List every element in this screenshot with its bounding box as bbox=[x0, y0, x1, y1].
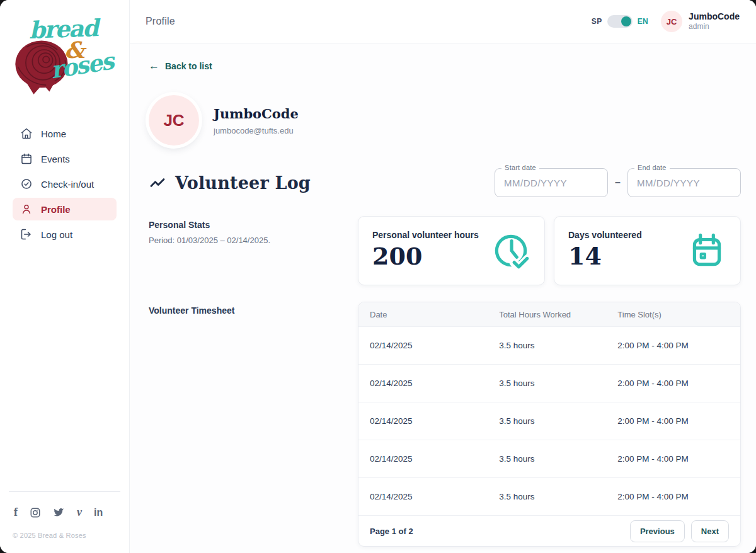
table-header-row: Date Total Hours Worked Time Slot(s) bbox=[358, 302, 740, 326]
user-info: JumboCode admin bbox=[689, 11, 740, 31]
user-role: admin bbox=[689, 22, 740, 32]
sidebar-nav: Home Events Check-in/out Profile bbox=[0, 111, 129, 248]
content: ← Back to list JC JumboCode jumbocode@tu… bbox=[130, 43, 756, 553]
cell-date: 02/14/2025 bbox=[370, 341, 499, 350]
vimeo-icon[interactable]: v bbox=[77, 506, 82, 519]
calendar-check-icon bbox=[686, 230, 728, 271]
table-row[interactable]: 02/14/2025 3.5 hours 2:00 PM - 4:00 PM bbox=[358, 440, 740, 477]
volunteer-log-row: Volunteer Log Start date – End date bbox=[149, 168, 741, 197]
person-icon bbox=[20, 203, 33, 215]
sidebar-footer: f v in © 2025 Bread & Roses bbox=[0, 479, 129, 553]
main-area: Profile SP EN JC JumboCode admin ← bbox=[130, 0, 756, 553]
top-header: Profile SP EN JC JumboCode admin bbox=[130, 0, 756, 43]
previous-button[interactable]: Previous bbox=[630, 520, 685, 542]
cell-hours: 3.5 hours bbox=[499, 492, 617, 501]
sidebar-footer-divider bbox=[9, 491, 120, 492]
sidebar-item-profile[interactable]: Profile bbox=[13, 198, 117, 220]
timesheet-intro: Volunteer Timesheet bbox=[149, 302, 358, 547]
profile-email: jumbocode@tufts.edu bbox=[214, 126, 299, 135]
start-date-label: Start date bbox=[501, 164, 539, 171]
app-window: bread & roses Home Events Check bbox=[0, 0, 756, 553]
column-header-hours: Total Hours Worked bbox=[499, 310, 617, 319]
page-status: Page 1 of 2 bbox=[370, 527, 413, 536]
cell-date: 02/14/2025 bbox=[370, 416, 499, 426]
column-header-timeslot: Time Slot(s) bbox=[617, 310, 729, 319]
sidebar-item-label: Home bbox=[41, 128, 66, 139]
back-to-list-link[interactable]: ← Back to list bbox=[149, 60, 212, 71]
sidebar-item-logout[interactable]: Log out bbox=[13, 223, 117, 246]
lang-label-en: EN bbox=[638, 17, 648, 26]
user-name: JumboCode bbox=[689, 11, 740, 22]
logo-word-bread: bread bbox=[28, 14, 98, 44]
volunteer-log-heading: Volunteer Log bbox=[175, 173, 311, 193]
cell-timeslot: 2:00 PM - 4:00 PM bbox=[617, 492, 729, 501]
instagram-icon[interactable] bbox=[30, 507, 41, 518]
header-controls: SP EN JC JumboCode admin bbox=[592, 11, 740, 32]
personal-stats-period: Period: 01/03/2025 – 02/14/2025. bbox=[149, 236, 358, 245]
table-row[interactable]: 02/14/2025 3.5 hours 2:00 PM - 4:00 PM bbox=[358, 326, 740, 364]
avatar: JC bbox=[661, 11, 682, 32]
column-header-date: Date bbox=[370, 310, 499, 319]
page-title: Profile bbox=[146, 16, 175, 27]
next-button[interactable]: Next bbox=[691, 520, 729, 542]
cell-hours: 3.5 hours bbox=[499, 379, 617, 388]
date-range-separator: – bbox=[615, 177, 621, 188]
chart-line-icon bbox=[149, 174, 166, 191]
cell-hours: 3.5 hours bbox=[499, 341, 617, 350]
end-date-field[interactable]: End date bbox=[627, 168, 741, 197]
cell-timeslot: 2:00 PM - 4:00 PM bbox=[617, 341, 729, 350]
user-menu[interactable]: JC JumboCode admin bbox=[661, 11, 740, 32]
language-toggle[interactable] bbox=[607, 15, 633, 28]
sidebar-item-checkinout[interactable]: Check-in/out bbox=[13, 173, 117, 195]
table-footer: Page 1 of 2 Previous Next bbox=[358, 515, 740, 546]
table-row[interactable]: 02/14/2025 3.5 hours 2:00 PM - 4:00 PM bbox=[358, 364, 740, 402]
sidebar-item-label: Log out bbox=[41, 229, 72, 240]
toggle-knob bbox=[621, 16, 631, 26]
back-arrow-icon: ← bbox=[149, 60, 159, 71]
calendar-icon bbox=[20, 152, 33, 165]
pagination-controls: Previous Next bbox=[630, 520, 729, 542]
profile-avatar: JC bbox=[149, 95, 199, 145]
cell-hours: 3.5 hours bbox=[499, 416, 617, 426]
personal-stats-heading: Personal Stats bbox=[149, 220, 358, 230]
cell-date: 02/14/2025 bbox=[370, 379, 499, 388]
sidebar-item-label: Check-in/out bbox=[41, 179, 94, 190]
check-circle-icon bbox=[20, 178, 33, 190]
cell-date: 02/14/2025 bbox=[370, 492, 499, 501]
back-link-label: Back to list bbox=[165, 61, 212, 71]
volunteer-log-title: Volunteer Log bbox=[149, 173, 311, 193]
cell-timeslot: 2:00 PM - 4:00 PM bbox=[617, 379, 729, 388]
cell-date: 02/14/2025 bbox=[370, 454, 499, 464]
facebook-icon[interactable]: f bbox=[14, 506, 18, 519]
sidebar-item-home[interactable]: Home bbox=[13, 122, 117, 145]
sidebar: bread & roses Home Events Check bbox=[0, 0, 130, 553]
start-date-input[interactable] bbox=[495, 169, 607, 197]
profile-header: JC JumboCode jumbocode@tufts.edu bbox=[149, 95, 741, 145]
twitter-icon[interactable] bbox=[53, 506, 65, 518]
timesheet-table: Date Total Hours Worked Time Slot(s) 02/… bbox=[358, 302, 741, 547]
stat-cards: Personal volunteer hours 200 Days volunt… bbox=[358, 216, 741, 285]
logout-icon bbox=[20, 228, 33, 241]
table-row[interactable]: 02/14/2025 3.5 hours 2:00 PM - 4:00 PM bbox=[358, 477, 740, 515]
timesheet-section: Volunteer Timesheet Date Total Hours Wor… bbox=[149, 302, 741, 547]
end-date-input[interactable] bbox=[628, 169, 740, 197]
sidebar-item-events[interactable]: Events bbox=[13, 147, 117, 170]
start-date-field[interactable]: Start date bbox=[495, 168, 608, 197]
cell-timeslot: 2:00 PM - 4:00 PM bbox=[617, 416, 729, 426]
profile-name: JumboCode bbox=[214, 106, 299, 122]
linkedin-icon[interactable]: in bbox=[94, 507, 103, 518]
timesheet-heading: Volunteer Timesheet bbox=[149, 305, 358, 316]
stat-card-days: Days volunteered 14 bbox=[554, 216, 741, 285]
end-date-label: End date bbox=[634, 164, 670, 171]
home-icon bbox=[20, 127, 33, 140]
clock-check-icon bbox=[490, 230, 532, 271]
lang-label-sp: SP bbox=[592, 17, 602, 26]
profile-identity: JumboCode jumbocode@tufts.edu bbox=[214, 106, 299, 135]
social-links: f v in bbox=[13, 506, 117, 519]
cell-timeslot: 2:00 PM - 4:00 PM bbox=[617, 454, 729, 464]
copyright-text: © 2025 Bread & Roses bbox=[13, 532, 117, 539]
sidebar-item-label: Events bbox=[41, 154, 70, 164]
language-toggle-group: SP EN bbox=[592, 15, 648, 28]
bread-and-roses-logo[interactable]: bread & roses bbox=[5, 4, 125, 105]
table-row[interactable]: 02/14/2025 3.5 hours 2:00 PM - 4:00 PM bbox=[358, 402, 740, 440]
